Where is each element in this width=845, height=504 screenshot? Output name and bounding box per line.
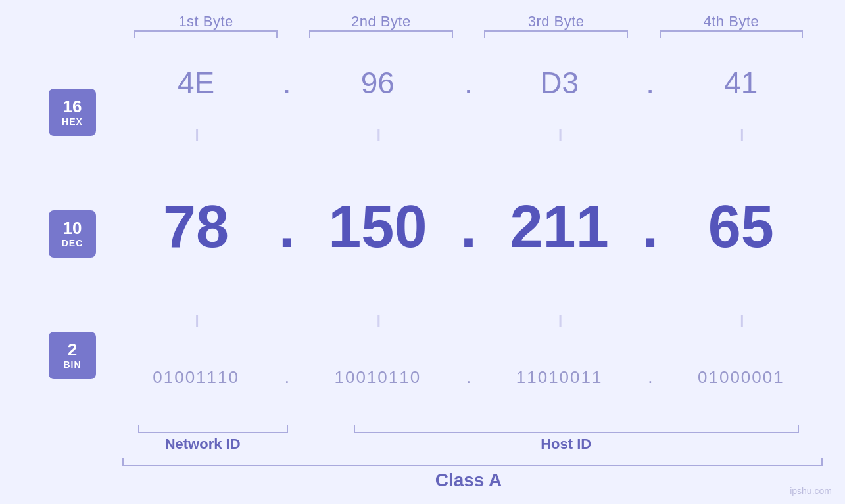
bin-badge-num: 2 bbox=[68, 340, 77, 359]
byte-headers-row: 1st Byte 2nd Byte 3rd Byte 4th Byte bbox=[26, 13, 819, 30]
dec-value-2: 150 bbox=[328, 194, 427, 260]
hex-dot-3: . bbox=[637, 65, 664, 101]
main-container: 1st Byte 2nd Byte 3rd Byte 4th Byte 16 H… bbox=[0, 0, 845, 504]
dec-badge: 10 DEC bbox=[49, 210, 96, 258]
top-bracket-2 bbox=[293, 30, 468, 38]
host-bracket bbox=[354, 425, 799, 433]
class-section: Class A bbox=[26, 458, 819, 491]
class-label-wrap: Class A bbox=[118, 470, 819, 491]
bottom-section: Network ID Host ID bbox=[26, 425, 819, 453]
hex-value-2: 96 bbox=[361, 66, 395, 100]
badges-column: 16 HEX 10 DEC 2 BIN bbox=[26, 45, 118, 423]
sep-1-3: || bbox=[482, 127, 637, 141]
hex-value-4: 41 bbox=[724, 66, 758, 100]
dec-cell-1: 78 bbox=[118, 193, 274, 261]
hex-row: 4E . 96 . D3 . 41 bbox=[118, 45, 819, 122]
hex-dot-2: . bbox=[456, 65, 482, 101]
top-bracket-3 bbox=[469, 30, 644, 38]
bottom-labels: Network ID Host ID bbox=[118, 436, 819, 453]
bin-value-2: 10010110 bbox=[335, 367, 422, 387]
hex-badge-num: 16 bbox=[63, 97, 82, 116]
hex-value-3: D3 bbox=[540, 66, 579, 100]
sep-1-1: || bbox=[118, 127, 274, 141]
bin-dot-2: . bbox=[456, 367, 482, 388]
bin-cell-1: 01001110 bbox=[118, 367, 274, 388]
hex-cell-1: 4E bbox=[118, 65, 274, 101]
sep-2-4: || bbox=[664, 313, 819, 327]
network-id-label: Network ID bbox=[118, 436, 287, 453]
main-rows-area: 16 HEX 10 DEC 2 BIN 4E . bbox=[26, 45, 819, 423]
dec-row: 78 . 150 . 211 . 65 bbox=[118, 147, 819, 308]
network-bracket bbox=[138, 425, 288, 433]
sep-row-1: || || || || bbox=[118, 122, 819, 147]
class-label: Class A bbox=[435, 470, 502, 490]
hex-badge-label: HEX bbox=[62, 116, 83, 127]
sep-1-2: || bbox=[300, 127, 455, 141]
bin-cell-2: 10010110 bbox=[300, 367, 455, 388]
watermark: ipshu.com bbox=[790, 486, 832, 496]
dec-cell-3: 211 bbox=[482, 193, 637, 261]
hex-cell-3: D3 bbox=[482, 65, 637, 101]
bin-badge: 2 BIN bbox=[49, 332, 96, 379]
sep-2-1: || bbox=[118, 313, 274, 327]
hex-cell-4: 41 bbox=[664, 65, 819, 101]
dec-badge-label: DEC bbox=[62, 238, 84, 248]
sep-2-2: || bbox=[300, 313, 455, 327]
bin-value-4: 01000001 bbox=[698, 367, 785, 387]
bin-badge-label: BIN bbox=[63, 359, 81, 370]
bin-value-3: 11010011 bbox=[516, 367, 603, 387]
sep-row-2: || || || || bbox=[118, 308, 819, 333]
bottom-brackets-row bbox=[118, 425, 819, 433]
dec-cell-4: 65 bbox=[664, 193, 819, 261]
top-bracket-1 bbox=[118, 30, 293, 38]
sep-2-3: || bbox=[482, 313, 637, 327]
sep-1-4: || bbox=[664, 127, 819, 141]
bin-cell-4: 01000001 bbox=[664, 367, 819, 388]
data-columns: 4E . 96 . D3 . 41 bbox=[118, 45, 819, 423]
top-bracket-4 bbox=[644, 30, 819, 38]
hex-dot-1: . bbox=[274, 65, 300, 101]
dec-dot-1: . bbox=[274, 193, 300, 261]
dec-badge-num: 10 bbox=[63, 219, 82, 238]
dec-value-3: 211 bbox=[510, 194, 609, 260]
bin-value-1: 01001110 bbox=[153, 367, 239, 387]
bin-cell-3: 11010011 bbox=[482, 367, 637, 388]
hex-badge: 16 HEX bbox=[49, 89, 96, 136]
class-bracket bbox=[122, 458, 823, 466]
dec-dot-2: . bbox=[456, 193, 482, 261]
byte-header-1: 1st Byte bbox=[118, 13, 293, 30]
bin-row: 01001110 . 10010110 . 11010011 . bbox=[118, 333, 819, 423]
host-id-label: Host ID bbox=[313, 436, 819, 453]
bin-dot-1: . bbox=[274, 367, 300, 388]
hex-cell-2: 96 bbox=[300, 65, 455, 101]
top-brackets-row bbox=[26, 30, 819, 38]
byte-header-4: 4th Byte bbox=[644, 13, 819, 30]
bin-dot-3: . bbox=[637, 367, 664, 388]
byte-header-3: 3rd Byte bbox=[469, 13, 644, 30]
byte-header-2: 2nd Byte bbox=[293, 13, 468, 30]
dec-dot-3: . bbox=[637, 193, 664, 261]
dec-value-4: 65 bbox=[708, 194, 774, 260]
dec-cell-2: 150 bbox=[300, 193, 455, 261]
hex-value-1: 4E bbox=[178, 66, 214, 100]
dec-value-1: 78 bbox=[163, 194, 229, 260]
